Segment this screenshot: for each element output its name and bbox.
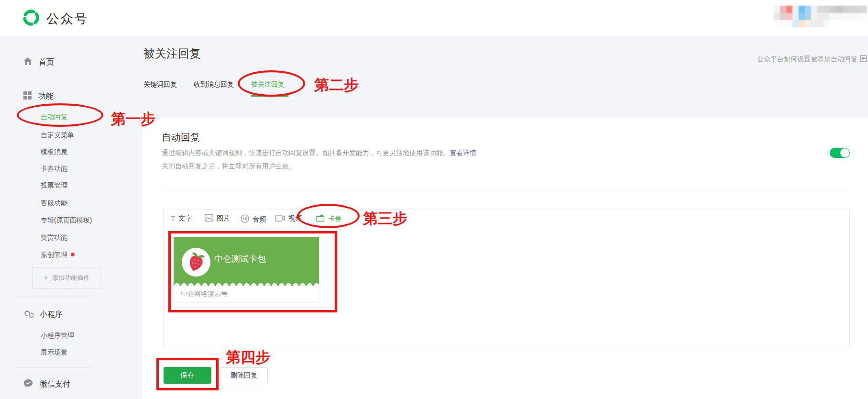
media-tab-coupon[interactable]: 卡券 [316, 214, 341, 223]
media-tab-image[interactable]: 图片 [205, 214, 230, 223]
sidebar-item-template-message[interactable]: 模板消息 [41, 148, 67, 156]
account-avatar-blurred[interactable] [774, 6, 867, 27]
section-divider [162, 191, 850, 191]
sidebar-divider [13, 80, 92, 80]
sidebar-divider [13, 298, 92, 298]
annotation-step2-label: 第二步 [314, 75, 359, 95]
media-tab-label: 卡券 [328, 215, 341, 223]
page-title: 被关注回复 [143, 46, 201, 61]
sidebar-item-reward[interactable]: 赞赏功能 [41, 233, 67, 242]
wechat-pay-icon [23, 378, 33, 390]
sidebar-item-label: 小程序 [40, 310, 63, 320]
coupon-scallop-edge [174, 282, 319, 286]
section-heading: 自动回复 [162, 131, 200, 144]
image-icon [205, 214, 213, 223]
text-icon: T [171, 215, 175, 223]
description-text: 通过编辑内容或关键词规则，快速进行自动回复设置。如具备开发能力，可更灵活地使用该… [162, 149, 450, 156]
coupon-title: 中仑测试卡包 [214, 253, 266, 265]
sidebar-item-miniprogram[interactable]: 小程序 [0, 308, 63, 321]
sidebar-item-label: 原创管理 [41, 251, 67, 258]
media-tab-label: 音频 [253, 215, 266, 224]
help-link-label: 公众平台如何设置被添加自动回复 [757, 55, 857, 64]
tab-follow-reply[interactable]: 被关注回复 [251, 80, 285, 89]
help-link[interactable]: 公众平台如何设置被添加自动回复 [757, 55, 867, 64]
media-tab-text[interactable]: T 文字 [171, 214, 192, 223]
auto-reply-toggle[interactable] [830, 148, 850, 158]
coupon-avatar [182, 248, 210, 277]
sidebar-item-label: 首页 [39, 57, 54, 67]
document-icon [860, 55, 867, 64]
home-icon [23, 56, 33, 68]
wechat-mp-admin-screen: 公众号 首页 功能 自动回复 自定义菜单 模板消息 卡券功能 投票管理 客服功能 [0, 0, 868, 399]
media-tab-label: 图片 [217, 214, 230, 223]
coupon-card-preview[interactable]: 中仑测试卡包 [174, 237, 319, 286]
sidebar-item-label: 功能 [38, 91, 54, 101]
tabs-divider [143, 97, 868, 97]
section-description-line1: 通过编辑内容或关键词规则，快速进行自动回复设置。如具备开发能力，可更灵活地使用该… [162, 149, 476, 157]
add-plugin-label: 添加功能插件 [52, 274, 89, 282]
view-details-link[interactable]: 查看详情 [450, 149, 476, 156]
coupon-source: 中仑网络演示号 [174, 286, 319, 303]
sidebar-item-home[interactable]: 首页 [0, 56, 54, 68]
delete-reply-button[interactable]: 删除回复 [220, 367, 268, 383]
save-button[interactable]: 保存 [164, 367, 211, 384]
sidebar-item-auto-reply[interactable]: 自动回复 [41, 113, 67, 122]
section-description-line2: 关闭自动回复之后，将立即对所有用户生效。 [162, 162, 296, 171]
tab-keyword-reply[interactable]: 关键词回复 [143, 80, 177, 89]
sidebar-item-coupon-feature[interactable]: 卡券功能 [41, 165, 67, 173]
media-tab-audio[interactable]: 音频 [241, 214, 266, 224]
media-tab-label: 视频 [288, 214, 302, 223]
sidebar-item-display-scene[interactable]: 展示场景 [41, 348, 67, 357]
miniprogram-icon [23, 308, 33, 321]
red-dot-badge [71, 253, 75, 256]
sidebar-item-original-management[interactable]: 原创管理 [41, 251, 75, 259]
video-icon [275, 215, 285, 223]
sidebar-item-album[interactable]: 专辑(原页面模板) [41, 216, 92, 225]
strawberry-image [185, 251, 207, 273]
sidebar-divider [13, 367, 92, 368]
tab-message-reply[interactable]: 收到消息回复 [194, 80, 234, 89]
sidebar-item-features[interactable]: 功能 [0, 91, 54, 102]
sidebar-item-customer-service[interactable]: 客服功能 [41, 199, 67, 208]
media-tab-label: 文字 [178, 214, 192, 223]
sidebar-item-custom-menu[interactable]: 自定义菜单 [41, 131, 74, 140]
audio-icon [241, 214, 249, 224]
coupon-icon [316, 214, 325, 223]
wechat-mp-logo-icon [21, 8, 41, 30]
toggle-knob [840, 148, 849, 157]
media-tab-video[interactable]: 视频 [275, 214, 302, 223]
sidebar-item-wechat-pay[interactable]: 微信支付 [0, 378, 70, 390]
grid-icon [23, 91, 32, 102]
top-header: 公众号 [0, 0, 868, 35]
sidebar-item-label: 微信支付 [40, 379, 70, 389]
media-tabbar [163, 210, 850, 228]
sidebar-item-vote-management[interactable]: 投票管理 [41, 181, 67, 190]
add-plugin-button[interactable]: + 添加功能插件 [33, 267, 100, 288]
brand-title: 公众号 [46, 10, 88, 27]
sidebar-item-miniprogram-management[interactable]: 小程序管理 [41, 332, 74, 340]
plus-icon: + [44, 273, 48, 283]
